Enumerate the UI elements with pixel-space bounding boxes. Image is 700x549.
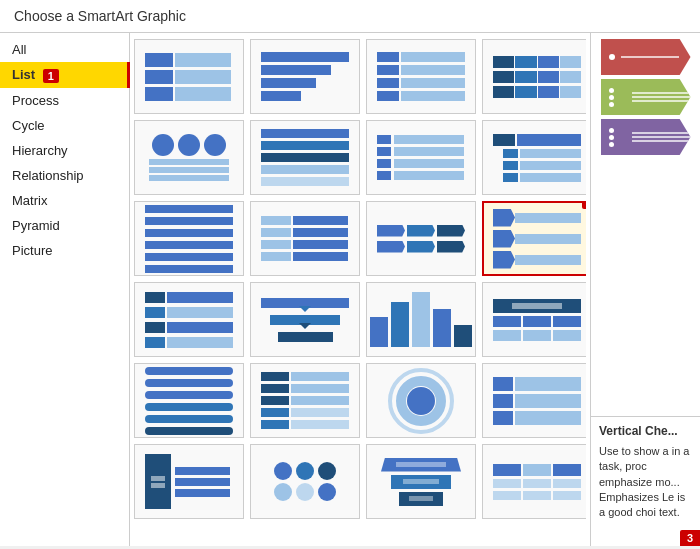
sidebar-item-process[interactable]: Process <box>0 88 129 113</box>
sidebar-item-all[interactable]: All <box>0 37 129 62</box>
grid-item-22[interactable] <box>250 444 360 519</box>
grid-item-8[interactable] <box>482 120 586 195</box>
grid-row-5 <box>134 363 584 438</box>
grid-item-14[interactable] <box>250 282 360 357</box>
grid-item-13[interactable] <box>134 282 244 357</box>
grid-item-1[interactable] <box>134 39 244 114</box>
grid-item-20[interactable] <box>482 363 586 438</box>
badge-1: 1 <box>43 69 59 83</box>
right-panel-preview <box>591 33 700 416</box>
right-panel-title: Vertical Che... <box>599 423 692 440</box>
grid-item-9[interactable] <box>134 201 244 276</box>
grid-row-4 <box>134 282 584 357</box>
grid-item-17[interactable] <box>134 363 244 438</box>
grid-item-5[interactable] <box>134 120 244 195</box>
sidebar-item-list[interactable]: List 1 <box>0 62 129 88</box>
grid-item-3[interactable] <box>366 39 476 114</box>
grid-item-4[interactable] <box>482 39 586 114</box>
grid-row-2 <box>134 120 584 195</box>
right-panel-desc-text: Use to show a in a task, proc emphasize … <box>599 444 692 521</box>
grid-row-3: 2 <box>134 201 584 276</box>
grid-item-6[interactable] <box>250 120 360 195</box>
sidebar-item-cycle[interactable]: Cycle <box>0 113 129 138</box>
sidebar-item-picture[interactable]: Picture <box>0 238 129 263</box>
grid-item-24[interactable] <box>482 444 586 519</box>
sidebar-item-hierarchy[interactable]: Hierarchy <box>0 138 129 163</box>
grid-row-6 <box>134 444 584 519</box>
badge-2: 2 <box>582 201 586 209</box>
grid-item-2[interactable] <box>250 39 360 114</box>
grid-item-18[interactable] <box>250 363 360 438</box>
dialog-title: Choose a SmartArt Graphic <box>0 0 700 33</box>
grid-item-7[interactable] <box>366 120 476 195</box>
grid-item-11[interactable] <box>366 201 476 276</box>
content-grid: 2 <box>130 33 590 546</box>
grid-item-23[interactable] <box>366 444 476 519</box>
grid-scroll[interactable]: 2 <box>134 39 586 540</box>
grid-row-1 <box>134 39 584 114</box>
grid-item-10[interactable] <box>250 201 360 276</box>
sidebar-item-relationship[interactable]: Relationship <box>0 163 129 188</box>
sidebar-item-pyramid[interactable]: Pyramid <box>0 213 129 238</box>
grid-item-16[interactable] <box>482 282 586 357</box>
grid-item-21[interactable] <box>134 444 244 519</box>
sidebar-item-matrix[interactable]: Matrix <box>0 188 129 213</box>
grid-item-12[interactable]: 2 <box>482 201 586 276</box>
sidebar: All List 1 Process Cycle Hierarchy Relat… <box>0 33 130 546</box>
grid-item-15[interactable] <box>366 282 476 357</box>
badge-3: 3 <box>680 530 700 546</box>
right-panel: Vertical Che... Use to show a in a task,… <box>590 33 700 546</box>
grid-item-19[interactable] <box>366 363 476 438</box>
right-panel-description: Vertical Che... Use to show a in a task,… <box>591 416 700 546</box>
